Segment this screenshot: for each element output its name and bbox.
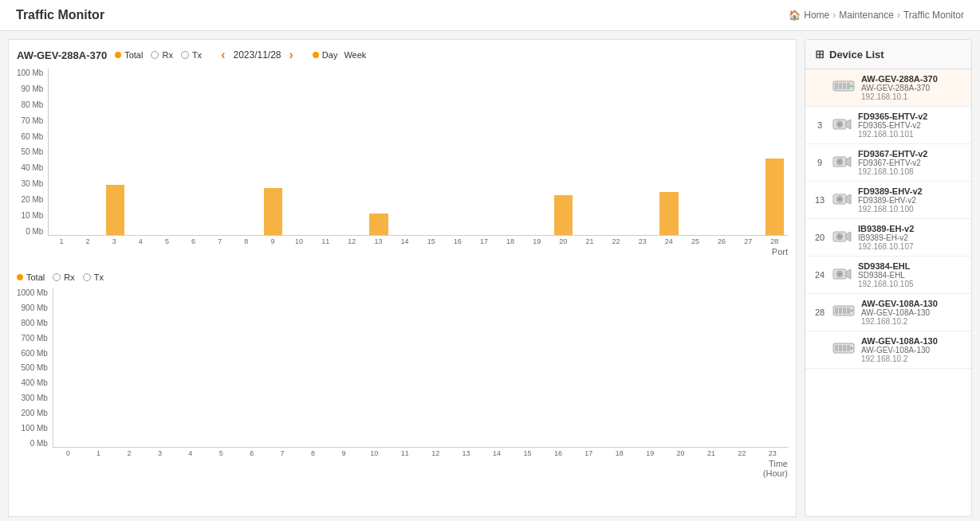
svg-rect-28 <box>839 308 842 314</box>
device-model: SD9384-EHL <box>858 261 963 271</box>
device-port: 24 <box>813 270 826 280</box>
device-list-item[interactable]: AW-GEV-108A-130 AW-GEV-108A-130 192.168.… <box>805 331 971 369</box>
device-model-sub: FD9389-EHV-v2 <box>858 196 963 205</box>
bottom-x-axis: 01234567891011121314151617181920212223 <box>53 449 788 457</box>
x-label: 11 <box>313 237 339 245</box>
device-model: AW-GEV-288A-370 <box>861 74 963 84</box>
svg-rect-33 <box>835 345 838 351</box>
next-date-button[interactable]: › <box>286 48 297 62</box>
device-list-item[interactable]: 20 IB9389-EH-v2 IB9389-EH-v2 192.168.10.… <box>805 219 971 257</box>
x-label: 8 <box>233 237 259 245</box>
y-label: 30 Mb <box>22 179 44 188</box>
x-label: 12 <box>420 449 451 457</box>
device-info: SD9384-EHL SD9384-EHL 192.168.10.105 <box>858 261 963 288</box>
x-label: 19 <box>524 237 550 245</box>
device-list-item[interactable]: AW-GEV-288A-370 AW-GEV-288A-370 192.168.… <box>805 69 971 107</box>
bar-slot <box>155 69 181 235</box>
device-ip: 192.168.10.107 <box>858 242 963 251</box>
x-label: 2 <box>74 237 100 245</box>
chart-date: 2023/11/28 <box>233 49 281 61</box>
svg-point-8 <box>838 123 841 126</box>
bar-slot <box>53 288 84 447</box>
x-label: 15 <box>512 449 542 457</box>
x-label: 11 <box>390 449 420 457</box>
bar-slot <box>550 69 577 235</box>
device-ip: 192.168.10.100 <box>858 205 963 213</box>
svg-point-24 <box>838 272 841 276</box>
x-label: 14 <box>482 449 512 457</box>
y-label: 100 Mb <box>22 424 48 433</box>
x-label: 13 <box>451 449 481 457</box>
x-label: 24 <box>655 237 682 245</box>
prev-date-button[interactable]: ‹ <box>218 48 228 62</box>
date-navigation: ‹ 2023/11/28 › <box>218 48 297 62</box>
device-port: 3 <box>813 120 826 130</box>
breadcrumb-maintenance[interactable]: Maintenance <box>839 10 894 21</box>
device-list-item[interactable]: 13 FD9389-EHV-v2 FD9389-EHV-v2 192.168.1… <box>805 182 971 219</box>
top-x-axis-label: Port <box>48 247 788 257</box>
x-label: 23 <box>758 449 788 457</box>
bar-slot <box>268 288 298 447</box>
x-label: 10 <box>359 449 389 457</box>
bar-slot <box>298 288 329 447</box>
camera-icon <box>832 266 852 284</box>
y-label: 400 Mb <box>22 378 48 387</box>
y-label: 500 Mb <box>22 363 48 372</box>
bar-slot <box>543 288 573 447</box>
bar-slot <box>498 69 524 235</box>
bar-slot <box>735 69 762 235</box>
y-label: 20 Mb <box>22 195 44 204</box>
view-week-option[interactable]: Week <box>344 50 366 60</box>
device-model: FD9367-EHTV-v2 <box>858 149 963 159</box>
x-label: 7 <box>267 449 297 457</box>
device-model-sub: AW-GEV-108A-130 <box>861 346 963 355</box>
device-ip: 192.168.10.108 <box>858 167 963 176</box>
header: Traffic Monitor 🏠 Home › Maintenance › T… <box>0 0 980 31</box>
bar-slot <box>573 288 604 447</box>
bar-slot <box>656 69 683 235</box>
bottom-chart-body: 01234567891011121314151617181920212223 T… <box>53 288 788 478</box>
x-label: 16 <box>543 449 573 457</box>
device-list-item[interactable]: 3 FD9365-EHTV-v2 FD9365-EHTV-v2 192.168.… <box>805 107 971 144</box>
device-list-item[interactable]: 24 SD9384-EHL SD9384-EHL 192.168.10.105 <box>805 257 971 294</box>
tx-radio-icon <box>181 51 189 59</box>
device-model-sub: AW-GEV-108A-130 <box>861 308 963 317</box>
device-model-sub: SD9384-EHL <box>858 271 963 280</box>
x-label: 16 <box>444 237 470 245</box>
bar-slot <box>175 288 206 447</box>
svg-rect-4 <box>847 83 850 89</box>
device-model: AW-GEV-108A-130 <box>861 299 963 308</box>
bar-slot <box>482 288 512 447</box>
device-list-item[interactable]: 9 FD9367-EHTV-v2 FD9367-EHTV-v2 192.168.… <box>805 144 971 182</box>
top-bar-chart <box>48 69 788 236</box>
bar-slot <box>524 69 550 235</box>
device-info: AW-GEV-108A-130 AW-GEV-108A-130 192.168.… <box>861 336 963 363</box>
top-x-axis: 1234567891011121314151617181920212223242… <box>48 237 788 245</box>
x-label: 4 <box>128 237 154 245</box>
switch-icon <box>832 79 855 97</box>
bar <box>554 195 573 235</box>
bottom-legend-total: Total <box>17 272 45 282</box>
y-label: 600 Mb <box>22 349 48 358</box>
x-label: 9 <box>259 237 285 245</box>
device-model: AW-GEV-108A-130 <box>861 336 963 346</box>
switch-icon <box>832 304 855 322</box>
breadcrumb-home[interactable]: Home <box>804 10 829 21</box>
bar-slot <box>451 288 482 447</box>
top-legend-total: Total <box>115 50 143 60</box>
rx-radio-icon <box>151 51 159 59</box>
collapse-icon[interactable]: ⊞ <box>815 48 825 61</box>
camera-icon <box>832 191 852 210</box>
x-label: 8 <box>297 449 328 457</box>
bar-slot <box>758 288 788 447</box>
svg-point-31 <box>851 309 853 311</box>
bar-slot <box>145 288 175 447</box>
total-dot-icon <box>115 52 121 58</box>
device-model-sub: FD9367-EHTV-v2 <box>858 159 963 167</box>
device-list-item[interactable]: 28 AW-GEV-108A-130 AW-GEV-108A-130 192.1… <box>805 294 971 331</box>
day-dot-icon <box>313 52 319 58</box>
svg-point-5 <box>851 84 853 87</box>
x-label: 3 <box>144 449 175 457</box>
top-legend-rx: Rx <box>151 50 172 60</box>
view-day-option[interactable]: Day <box>313 50 338 60</box>
